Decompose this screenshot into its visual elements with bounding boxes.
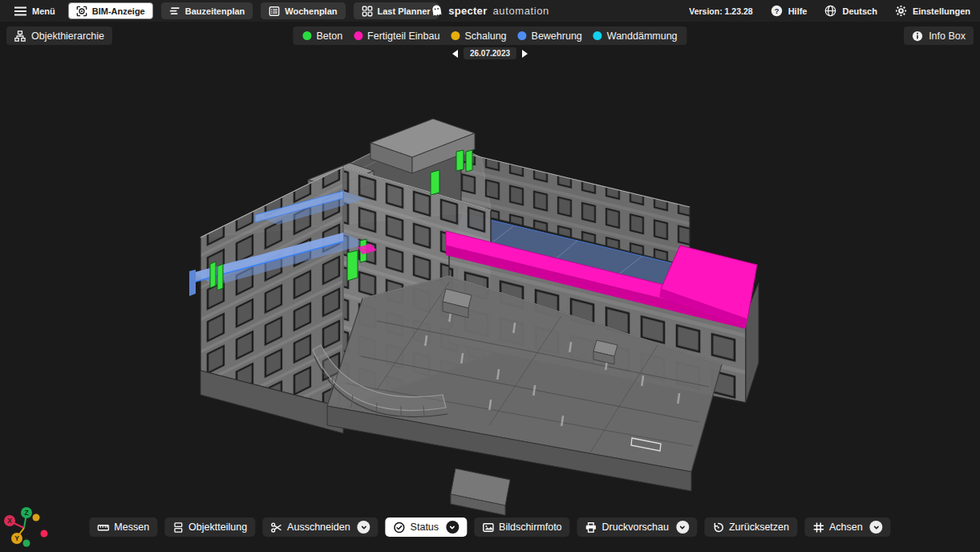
date-navigation: 26.07.2023 bbox=[452, 47, 528, 59]
version-label: Version: 1.23.28 bbox=[689, 6, 752, 16]
print-preview-label: Druckvorschau bbox=[602, 522, 669, 533]
last-planner-icon bbox=[362, 6, 373, 17]
date-next-button[interactable] bbox=[522, 50, 528, 58]
help-label: Hilfe bbox=[788, 6, 808, 16]
scissors-icon bbox=[270, 522, 282, 534]
info-box-label: Info Box bbox=[929, 30, 966, 42]
legend-item-wanddaemmung: Wanddämmung bbox=[593, 30, 678, 42]
status-dropdown-button[interactable] bbox=[446, 521, 459, 534]
measure-button[interactable]: Messen bbox=[89, 518, 157, 537]
axes-button[interactable]: Achsen bbox=[804, 518, 891, 537]
legend-label-bewehrung: Bewehrung bbox=[532, 30, 582, 42]
bauzeitenplan-icon bbox=[169, 6, 180, 16]
legend-item-beton: Beton bbox=[302, 30, 342, 42]
tab-bim-anzeige-label: BIM-Anzeige bbox=[92, 6, 145, 16]
gizmo-axis-z[interactable]: Z bbox=[21, 507, 32, 518]
tab-last-planner-label: Last Planner bbox=[378, 6, 431, 16]
print-preview-button[interactable]: Druckvorschau bbox=[577, 518, 697, 537]
object-split-icon bbox=[172, 522, 184, 534]
object-hierarchy-button[interactable]: Objekthierarchie bbox=[6, 26, 112, 45]
tab-bauzeitenplan[interactable]: Bauzeitenplan bbox=[161, 2, 253, 19]
info-box-button[interactable]: Info Box bbox=[904, 26, 974, 45]
gizmo-axis-x-negative[interactable] bbox=[41, 530, 48, 538]
language-label: Deutsch bbox=[842, 6, 877, 16]
axes-dropdown-button[interactable] bbox=[870, 521, 883, 534]
cut-dropdown-button[interactable] bbox=[358, 521, 371, 534]
language-button[interactable]: Deutsch bbox=[824, 5, 877, 17]
legend-dot-schalung bbox=[451, 31, 460, 40]
wochenplan-icon bbox=[269, 6, 280, 17]
tab-wochenplan[interactable]: Wochenplan bbox=[261, 2, 345, 19]
reset-icon bbox=[712, 522, 724, 534]
brand-name-bold: specter bbox=[448, 5, 487, 17]
gizmo-axis-z-negative[interactable] bbox=[23, 540, 30, 547]
settings-button[interactable]: Einstellungen bbox=[895, 5, 970, 17]
status-check-icon bbox=[394, 522, 406, 534]
status-button[interactable]: Status bbox=[386, 518, 467, 537]
legend-label-beton: Beton bbox=[316, 30, 342, 42]
top-menu-bar: Menü BIM-Anzeige bbox=[0, 0, 980, 22]
bim-anzeige-icon bbox=[76, 6, 87, 17]
cut-button[interactable]: Ausschneiden bbox=[262, 518, 379, 537]
brand-name-light: automation bbox=[493, 5, 549, 17]
status-legend: Beton Fertigteil Einbau Schalung Bewehru… bbox=[293, 26, 686, 45]
reset-button[interactable]: Zurücksetzen bbox=[704, 518, 797, 537]
info-icon bbox=[912, 30, 923, 42]
chevron-down-icon bbox=[678, 524, 686, 531]
screenshot-button[interactable]: Bildschirmfoto bbox=[474, 518, 570, 537]
status-label: Status bbox=[411, 522, 439, 533]
tab-bauzeitenplan-label: Bauzeitenplan bbox=[185, 6, 245, 16]
orientation-gizmo[interactable]: Z X Y bbox=[2, 497, 55, 550]
legend-label-wanddaemmung: Wanddämmung bbox=[607, 30, 678, 42]
printer-icon bbox=[585, 522, 597, 534]
tab-last-planner[interactable]: Last Planner bbox=[354, 2, 439, 19]
axes-label: Achsen bbox=[829, 522, 863, 533]
gizmo-axis-y-negative[interactable] bbox=[33, 514, 40, 522]
legend-dot-wanddaemmung bbox=[593, 31, 602, 40]
legend-dot-bewehrung bbox=[518, 31, 527, 40]
object-split-button[interactable]: Objektteilung bbox=[164, 518, 255, 537]
menu-button[interactable]: Menü bbox=[10, 6, 60, 16]
chevron-down-icon bbox=[873, 524, 880, 531]
viewer-toolbar: Messen Objektteilung Ausschneiden bbox=[89, 518, 890, 537]
menu-label: Menü bbox=[32, 6, 55, 16]
app-window: Menü BIM-Anzeige bbox=[0, 0, 980, 552]
screenshot-icon bbox=[482, 522, 494, 534]
legend-item-bewehrung: Bewehrung bbox=[518, 30, 582, 42]
reset-label: Zurücksetzen bbox=[729, 522, 789, 533]
gizmo-z-label: Z bbox=[24, 509, 28, 517]
print-preview-dropdown-button[interactable] bbox=[676, 521, 689, 534]
legend-item-schalung: Schalung bbox=[451, 30, 506, 42]
current-date[interactable]: 26.07.2023 bbox=[464, 47, 516, 59]
legend-item-fertigteil-einbau: Fertigteil Einbau bbox=[354, 30, 439, 42]
help-button[interactable]: ? Hilfe bbox=[771, 5, 808, 17]
gizmo-x-label: X bbox=[7, 517, 12, 525]
grid-axes-icon bbox=[812, 522, 824, 534]
cut-label: Ausschneiden bbox=[287, 522, 350, 533]
svg-text:?: ? bbox=[774, 7, 779, 15]
gizmo-axis-y[interactable]: Y bbox=[11, 533, 22, 544]
date-prev-button[interactable] bbox=[452, 50, 458, 58]
gizmo-axis-x[interactable]: X bbox=[4, 515, 15, 526]
ruler-icon bbox=[97, 522, 109, 534]
measure-label: Messen bbox=[114, 522, 149, 533]
help-icon: ? bbox=[771, 5, 783, 17]
object-split-label: Objektteilung bbox=[188, 522, 247, 533]
legend-label-schalung: Schalung bbox=[464, 30, 506, 42]
brand-logo: specter automation bbox=[431, 4, 549, 18]
tab-wochenplan-label: Wochenplan bbox=[285, 6, 337, 16]
object-hierarchy-label: Objekthierarchie bbox=[31, 30, 104, 42]
gizmo-y-label: Y bbox=[14, 534, 19, 542]
hierarchy-icon bbox=[14, 30, 26, 42]
ghost-icon bbox=[431, 4, 443, 18]
legend-dot-beton bbox=[302, 31, 311, 40]
legend-dot-fertigteil-einbau bbox=[354, 31, 362, 40]
settings-label: Einstellungen bbox=[913, 6, 970, 16]
bim-model-canvas[interactable] bbox=[0, 0, 980, 552]
hamburger-icon bbox=[14, 6, 26, 16]
chevron-down-icon bbox=[360, 524, 367, 531]
legend-label-fertigteil-einbau: Fertigteil Einbau bbox=[367, 30, 439, 42]
tab-bim-anzeige[interactable]: BIM-Anzeige bbox=[68, 2, 153, 19]
screenshot-label: Bildschirmfoto bbox=[499, 522, 562, 533]
globe-icon bbox=[824, 5, 836, 17]
